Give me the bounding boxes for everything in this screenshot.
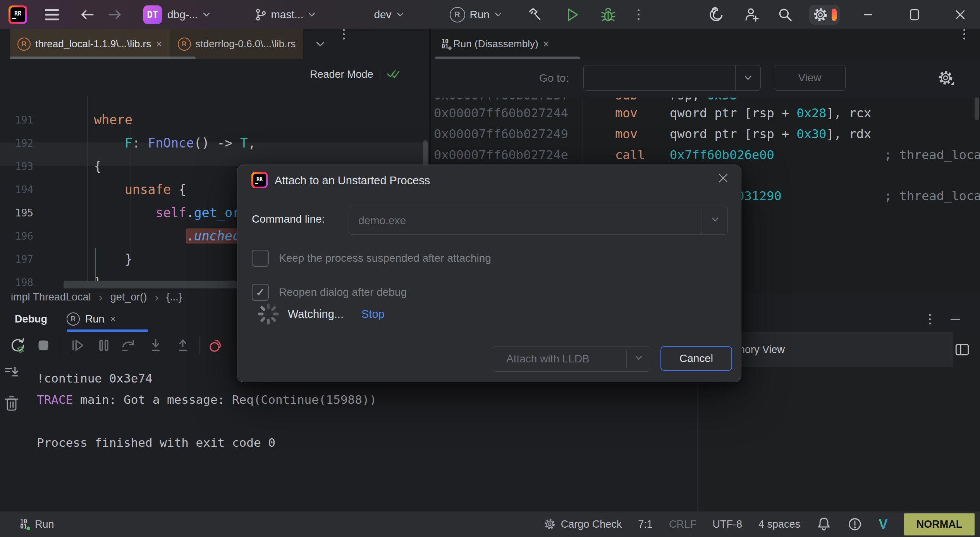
debug-button[interactable] bbox=[600, 7, 616, 22]
command-line-combobox[interactable]: demo.exe bbox=[349, 207, 728, 235]
run-config-selector[interactable]: R Run bbox=[450, 7, 503, 22]
back-button[interactable] bbox=[80, 9, 95, 21]
inspections-ok-icon bbox=[386, 68, 402, 81]
console-toolbar bbox=[0, 360, 21, 511]
debug-panel-title: Debug bbox=[15, 313, 47, 325]
checkbox-checked[interactable]: ✓ bbox=[252, 284, 269, 301]
debug-options-button[interactable] bbox=[929, 314, 931, 324]
indent-widget[interactable]: 4 spaces bbox=[758, 518, 800, 530]
chevron-down-icon bbox=[634, 355, 644, 362]
goto-label: Go to: bbox=[539, 59, 569, 98]
code-token: 0x7ff60b026e00 bbox=[670, 148, 774, 162]
cargo-check-widget[interactable]: Cargo Check bbox=[543, 518, 622, 531]
run-profile-selector[interactable]: dev bbox=[374, 9, 404, 21]
code-token: ], rcx bbox=[827, 106, 872, 120]
checkbox-row[interactable]: Keep the process suspended after attachi… bbox=[252, 250, 491, 267]
breadcrumb-item[interactable]: get_or() bbox=[110, 291, 147, 303]
ideavim-icon[interactable]: V bbox=[879, 516, 888, 532]
forward-button[interactable] bbox=[108, 9, 122, 21]
ai-assistant-button[interactable] bbox=[708, 7, 724, 22]
maximize-button[interactable] bbox=[909, 8, 920, 21]
notifications-button[interactable] bbox=[817, 516, 831, 532]
editor-tab-options-button[interactable] bbox=[343, 29, 345, 59]
minimize-button[interactable] bbox=[862, 9, 874, 21]
clear-console-button[interactable] bbox=[4, 395, 19, 412]
console-line: TRACE main: Got a message: Req(Continue(… bbox=[37, 389, 377, 410]
reader-mode-widget[interactable]: Reader Mode bbox=[310, 68, 402, 81]
bell-icon bbox=[817, 516, 831, 532]
build-button[interactable] bbox=[527, 7, 542, 22]
search-everywhere-button[interactable] bbox=[777, 7, 793, 22]
vim-mode-badge[interactable]: NORMAL bbox=[904, 513, 975, 535]
debug-console[interactable]: !continue 0x3e74TRACE main: Got a messag… bbox=[0, 360, 697, 511]
layout-settings-button[interactable] bbox=[954, 341, 970, 358]
debug-tab-run[interactable]: R Run × bbox=[67, 306, 116, 332]
disassembly-row[interactable]: 0x00007ff60b027249movqword ptr [rsp + 0x… bbox=[431, 124, 980, 144]
step-over-button[interactable] bbox=[119, 336, 138, 355]
cancel-button[interactable]: Cancel bbox=[660, 346, 732, 371]
watching-label: Watching... bbox=[288, 308, 344, 321]
vcs-widget[interactable]: mast... bbox=[254, 8, 316, 21]
code-with-me-button[interactable] bbox=[744, 7, 760, 22]
disassembly-row[interactable]: 0x00007ff60b02724ecall0x7ff60b026e00; th… bbox=[431, 145, 980, 165]
code-line: where bbox=[63, 108, 132, 132]
line-ending-widget[interactable]: CRLF bbox=[669, 518, 696, 530]
tab-list-chevron[interactable] bbox=[314, 29, 327, 59]
resume-button[interactable] bbox=[68, 336, 87, 355]
line-number: 196 bbox=[0, 225, 33, 248]
editor-tab[interactable]: Rthread_local-1.1.9\...\lib.rs× bbox=[10, 29, 170, 59]
statusbar-run-label: Run bbox=[35, 518, 54, 530]
branch-name: mast... bbox=[271, 9, 303, 21]
editor-tab[interactable]: Rstderrlog-0.6.0\...\lib.rs bbox=[170, 29, 304, 59]
close-button[interactable] bbox=[954, 9, 966, 21]
close-icon[interactable]: × bbox=[156, 39, 162, 50]
stop-button[interactable] bbox=[34, 336, 53, 355]
goto-address-combobox[interactable] bbox=[583, 65, 761, 91]
close-icon[interactable]: × bbox=[543, 39, 549, 50]
checkbox-unchecked[interactable] bbox=[252, 250, 269, 267]
tab-run-disassembly[interactable]: 1001 Run (Disassembly) × bbox=[434, 29, 557, 59]
main-menu-button[interactable] bbox=[44, 8, 60, 21]
code-token: TRACE bbox=[37, 393, 73, 407]
step-out-button[interactable] bbox=[174, 336, 192, 355]
chevron-down-icon bbox=[710, 216, 720, 223]
rust-config-icon: R bbox=[450, 7, 465, 22]
disassembly-tab-options-button[interactable] bbox=[963, 29, 965, 59]
attach-with-lldb-button[interactable]: Attach with LLDB bbox=[492, 346, 651, 372]
more-actions-button[interactable] bbox=[638, 9, 640, 20]
disassembly-settings-button[interactable] bbox=[937, 69, 954, 87]
breakpoints-button[interactable] bbox=[207, 336, 225, 355]
rerun-button[interactable] bbox=[9, 336, 27, 355]
chevron-down-icon bbox=[493, 12, 503, 18]
goto-view-button[interactable]: View bbox=[774, 65, 846, 91]
statusbar-run-widget[interactable]: 1001 Run bbox=[20, 518, 54, 530]
bug-icon bbox=[600, 7, 616, 22]
encoding-widget[interactable]: UTF-8 bbox=[712, 518, 742, 530]
code-token bbox=[63, 136, 125, 151]
rustrover-window: RR DT dbg-... mast... dev R Run bbox=[0, 0, 980, 537]
stop-link[interactable]: Stop bbox=[361, 308, 385, 321]
disassembly-row[interactable]: 0x00007ff60b027244movqword ptr [rsp + 0x… bbox=[431, 103, 980, 124]
code-token: () -> bbox=[194, 136, 240, 151]
problems-button[interactable] bbox=[848, 517, 862, 532]
instruction-address: 0x00007ff60b027249 bbox=[434, 124, 568, 144]
pause-button[interactable] bbox=[95, 336, 113, 355]
dialog-close-button[interactable] bbox=[717, 172, 729, 184]
breadcrumb-item[interactable]: {...} bbox=[166, 291, 182, 303]
run-button[interactable] bbox=[566, 7, 579, 22]
reader-mode-label: Reader Mode bbox=[310, 69, 373, 81]
breadcrumb-item[interactable]: impl ThreadLocal bbox=[11, 291, 91, 303]
code-token: qword ptr [rsp + bbox=[670, 106, 797, 120]
settings-button[interactable] bbox=[809, 5, 840, 25]
project-widget[interactable]: dbg-... bbox=[167, 9, 211, 21]
step-into-button[interactable] bbox=[146, 336, 165, 355]
close-icon[interactable]: × bbox=[110, 314, 116, 324]
hide-tool-window-button[interactable] bbox=[948, 314, 962, 325]
code-token bbox=[63, 112, 94, 127]
scroll-to-end-button[interactable] bbox=[4, 365, 19, 380]
divider bbox=[380, 69, 380, 80]
caret-position-widget[interactable]: 7:1 bbox=[638, 518, 653, 530]
code-token: . bbox=[186, 205, 194, 220]
panel-layout-icon bbox=[954, 341, 970, 358]
checkbox-row[interactable]: ✓Reopen dialog after debug bbox=[252, 284, 407, 301]
